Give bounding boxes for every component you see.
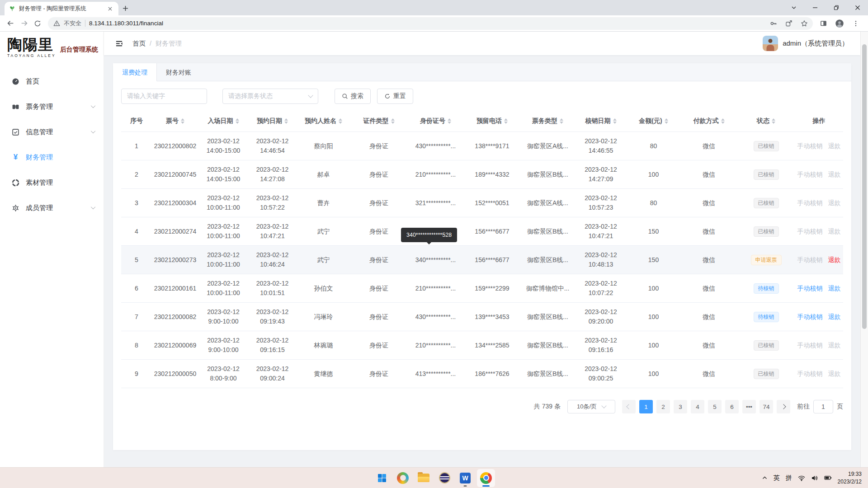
back-icon[interactable] <box>4 17 17 30</box>
sort-icon[interactable] <box>391 118 395 124</box>
navicat-icon[interactable] <box>394 469 412 487</box>
chrome-icon[interactable] <box>477 469 495 487</box>
ime-pinyin-indicator[interactable]: 拼 <box>786 474 792 482</box>
collapse-menu-icon[interactable] <box>115 39 123 48</box>
address-bar[interactable]: 不安全 8.134.11.180:3011/financial <box>48 17 813 30</box>
new-tab-button[interactable] <box>118 1 132 15</box>
page-button-6[interactable]: 6 <box>725 400 739 413</box>
prev-page-button[interactable] <box>622 400 636 413</box>
word-icon[interactable]: W <box>456 469 474 487</box>
sort-icon[interactable] <box>772 118 775 124</box>
cell-verify-date: 2023-02-1209:16:16 <box>575 333 627 357</box>
taskbar-clock[interactable]: 19:33 2023/2/12 <box>838 470 862 485</box>
window-restore-icon[interactable] <box>826 0 847 15</box>
file-explorer-icon[interactable] <box>415 469 433 487</box>
manual-verify-link[interactable]: 手动核销 <box>797 170 823 179</box>
window-close-icon[interactable] <box>847 0 868 15</box>
refund-link[interactable]: 退款 <box>828 227 841 236</box>
manual-verify-link[interactable]: 手动核销 <box>797 198 823 208</box>
page-button-74[interactable]: 74 <box>760 400 773 413</box>
search-button[interactable]: 搜索 <box>335 89 371 104</box>
breadcrumb-home[interactable]: 首页 <box>132 39 146 48</box>
refund-link[interactable]: 退款 <box>828 198 841 208</box>
wifi-icon[interactable] <box>798 474 805 482</box>
page-button-4[interactable]: 4 <box>691 400 704 413</box>
col-header-status: 状态 <box>737 117 795 125</box>
refund-link[interactable]: 退款 <box>828 284 841 293</box>
user-menu[interactable]: admin（系统管理员） <box>763 36 849 51</box>
sidebar-item-home[interactable]: 首页 <box>0 69 104 94</box>
sort-icon[interactable] <box>665 118 668 124</box>
refund-link[interactable]: 退款 <box>828 312 841 322</box>
refund-link[interactable]: 退款 <box>828 170 841 179</box>
tab-refund-processing[interactable]: 退费处理 <box>113 63 157 81</box>
manual-verify-link[interactable]: 手动核销 <box>797 227 823 236</box>
manual-verify-link[interactable]: 手动核销 <box>797 255 823 265</box>
window-chevron-icon[interactable] <box>783 0 804 15</box>
sort-icon[interactable] <box>721 118 725 124</box>
profile-avatar-icon[interactable] <box>833 17 846 30</box>
manual-verify-link[interactable]: 手动核销 <box>797 284 823 293</box>
sort-icon[interactable] <box>613 118 617 124</box>
more-pages-button[interactable]: ••• <box>742 400 756 413</box>
cell-ticket-type: 御窑博物馆中... <box>520 281 575 296</box>
sidebar: 陶陽里 TAOYANG ALLEY 后台管理系统 首页 票务管理 信息管理 ¥ <box>0 32 104 467</box>
manual-verify-link[interactable]: 手动核销 <box>797 341 823 350</box>
forward-icon[interactable] <box>17 17 31 30</box>
reset-button[interactable]: 重置 <box>377 89 413 104</box>
cell-amount: 150 <box>627 253 680 267</box>
window-minimize-icon[interactable] <box>804 0 826 15</box>
tab-financial-reconciliation[interactable]: 财务对账 <box>157 63 200 81</box>
sidebar-item-finance[interactable]: ¥ 财务管理 <box>0 145 104 170</box>
manual-verify-link[interactable]: 手动核销 <box>797 141 823 151</box>
refund-link[interactable]: 退款 <box>828 369 841 379</box>
ime-latin-indicator[interactable]: 英 <box>774 474 780 482</box>
next-page-button[interactable] <box>777 400 790 413</box>
ticket-status-select[interactable]: 请选择票务状态 <box>222 89 318 104</box>
menu-dots-icon[interactable] <box>849 17 863 30</box>
password-key-icon[interactable] <box>768 18 779 29</box>
sidebar-item-assets[interactable]: 素材管理 <box>0 170 104 195</box>
page-button-2[interactable]: 2 <box>656 400 670 413</box>
bookmark-star-icon[interactable] <box>798 18 810 29</box>
sort-icon[interactable] <box>181 118 184 124</box>
sidebar-item-members[interactable]: 成员管理 <box>0 195 104 221</box>
refund-link[interactable]: 退款 <box>828 255 841 265</box>
keyword-input[interactable]: 请输入关键字 <box>121 89 207 104</box>
sort-icon[interactable] <box>236 118 239 124</box>
eclipse-icon[interactable] <box>435 469 453 487</box>
sort-icon[interactable] <box>504 118 508 124</box>
page-button-3[interactable]: 3 <box>674 400 687 413</box>
tab-close-icon[interactable] <box>106 5 114 13</box>
security-warning-icon[interactable] <box>53 20 60 27</box>
browser-tab[interactable]: 财务管理 - 陶阳里管理系统 <box>5 2 118 15</box>
sort-icon[interactable] <box>339 118 342 124</box>
refund-link[interactable]: 退款 <box>828 341 841 350</box>
breadcrumb-current: 财务管理 <box>156 39 182 48</box>
goto-page-input[interactable]: 1 <box>813 400 833 413</box>
sidebar-item-info[interactable]: 信息管理 <box>0 119 104 145</box>
manual-verify-link[interactable]: 手动核销 <box>797 312 823 322</box>
url-text[interactable]: 8.134.11.180:3011/financial <box>89 20 764 27</box>
cell-verify-date: 2023-02-1214:46:55 <box>575 134 627 158</box>
refund-link[interactable]: 退款 <box>828 141 841 151</box>
volume-icon[interactable] <box>811 474 818 482</box>
cell-verify-date: 2023-02-1210:57:23 <box>575 191 627 215</box>
page-button-1[interactable]: 1 <box>639 400 653 413</box>
tray-chevron-up-icon[interactable] <box>762 475 768 481</box>
page-size-select[interactable]: 10条/页 <box>567 400 615 413</box>
battery-icon[interactable] <box>824 474 832 482</box>
page-scrollbar[interactable] <box>860 32 868 467</box>
sort-icon[interactable] <box>560 118 563 124</box>
scrollbar-thumb[interactable] <box>862 44 867 329</box>
reload-icon[interactable] <box>31 17 44 30</box>
start-button[interactable] <box>373 469 391 487</box>
page-button-5[interactable]: 5 <box>708 400 722 413</box>
side-panel-icon[interactable] <box>816 17 830 30</box>
manual-verify-link[interactable]: 手动核销 <box>797 369 823 379</box>
share-icon[interactable] <box>783 18 795 29</box>
sort-icon[interactable] <box>448 118 451 124</box>
security-label[interactable]: 不安全 <box>64 19 81 28</box>
sidebar-item-tickets[interactable]: 票务管理 <box>0 94 104 119</box>
sort-icon[interactable] <box>284 118 288 124</box>
